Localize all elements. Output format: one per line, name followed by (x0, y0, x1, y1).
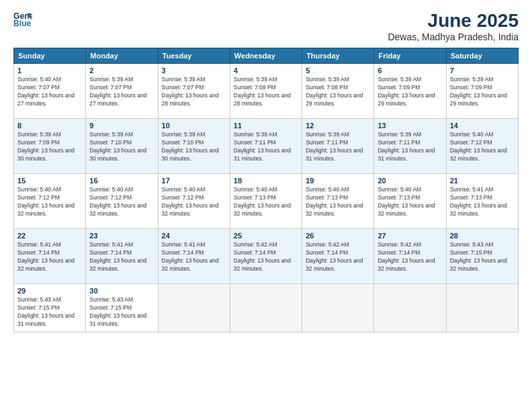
day-info: Sunrise: 5:40 AM Sunset: 7:13 PM Dayligh… (234, 186, 298, 218)
calendar-cell: 10 Sunrise: 5:39 AM Sunset: 7:10 PM Dayl… (158, 119, 230, 174)
calendar-cell: 24 Sunrise: 5:41 AM Sunset: 7:14 PM Dayl… (158, 229, 230, 284)
day-number: 11 (234, 122, 298, 130)
col-wednesday: Wednesday (230, 48, 302, 64)
day-info: Sunrise: 5:39 AM Sunset: 7:11 PM Dayligh… (234, 131, 298, 163)
calendar-cell (158, 284, 230, 332)
calendar-cell: 17 Sunrise: 5:40 AM Sunset: 7:12 PM Dayl… (158, 174, 230, 229)
calendar-week-row: 8 Sunrise: 5:39 AM Sunset: 7:09 PM Dayli… (14, 119, 519, 174)
calendar-cell: 1 Sunrise: 5:40 AM Sunset: 7:07 PM Dayli… (14, 64, 86, 119)
title-area: June 2025 Dewas, Madhya Pradesh, India (388, 10, 519, 42)
day-number: 18 (234, 177, 298, 185)
day-number: 20 (378, 177, 442, 185)
day-info: Sunrise: 5:40 AM Sunset: 7:07 PM Dayligh… (17, 76, 82, 108)
day-info: Sunrise: 5:43 AM Sunset: 7:15 PM Dayligh… (89, 296, 154, 328)
day-number: 9 (89, 122, 154, 130)
day-number: 16 (89, 177, 154, 185)
day-info: Sunrise: 5:40 AM Sunset: 7:12 PM Dayligh… (17, 186, 82, 218)
day-info: Sunrise: 5:39 AM Sunset: 7:09 PM Dayligh… (378, 76, 442, 108)
day-number: 4 (234, 66, 298, 75)
calendar-header-row: Sunday Monday Tuesday Wednesday Thursday… (14, 48, 519, 64)
day-number: 13 (378, 122, 442, 130)
calendar-cell: 20 Sunrise: 5:40 AM Sunset: 7:13 PM Dayl… (374, 174, 446, 229)
calendar-cell (302, 284, 374, 332)
calendar-week-row: 15 Sunrise: 5:40 AM Sunset: 7:12 PM Dayl… (14, 174, 519, 229)
day-info: Sunrise: 5:39 AM Sunset: 7:07 PM Dayligh… (162, 76, 226, 108)
calendar-week-row: 1 Sunrise: 5:40 AM Sunset: 7:07 PM Dayli… (14, 64, 519, 119)
calendar-cell: 12 Sunrise: 5:39 AM Sunset: 7:11 PM Dayl… (302, 119, 374, 174)
day-info: Sunrise: 5:39 AM Sunset: 7:10 PM Dayligh… (162, 131, 226, 163)
calendar-table: Sunday Monday Tuesday Wednesday Thursday… (13, 48, 519, 332)
day-info: Sunrise: 5:39 AM Sunset: 7:11 PM Dayligh… (378, 131, 442, 163)
day-info: Sunrise: 5:40 AM Sunset: 7:12 PM Dayligh… (89, 186, 154, 218)
calendar-week-row: 22 Sunrise: 5:41 AM Sunset: 7:14 PM Dayl… (14, 229, 519, 284)
day-number: 23 (89, 232, 154, 240)
day-info: Sunrise: 5:40 AM Sunset: 7:13 PM Dayligh… (306, 186, 370, 218)
calendar-cell (446, 284, 518, 332)
day-number: 27 (378, 232, 442, 240)
day-info: Sunrise: 5:39 AM Sunset: 7:09 PM Dayligh… (17, 131, 82, 163)
day-info: Sunrise: 5:39 AM Sunset: 7:11 PM Dayligh… (306, 131, 370, 163)
col-monday: Monday (86, 48, 158, 64)
calendar-cell: 23 Sunrise: 5:41 AM Sunset: 7:14 PM Dayl… (86, 229, 158, 284)
calendar-cell: 9 Sunrise: 5:39 AM Sunset: 7:10 PM Dayli… (86, 119, 158, 174)
day-number: 24 (162, 232, 226, 240)
day-number: 15 (17, 177, 82, 185)
col-thursday: Thursday (302, 48, 374, 64)
day-number: 1 (17, 66, 82, 75)
day-info: Sunrise: 5:40 AM Sunset: 7:13 PM Dayligh… (378, 186, 442, 218)
day-info: Sunrise: 5:39 AM Sunset: 7:08 PM Dayligh… (234, 76, 298, 108)
logo-icon: General Blue (13, 10, 32, 29)
day-number: 28 (450, 232, 515, 240)
day-number: 30 (89, 287, 154, 295)
calendar-cell: 16 Sunrise: 5:40 AM Sunset: 7:12 PM Dayl… (86, 174, 158, 229)
day-number: 3 (162, 66, 226, 75)
day-number: 12 (306, 122, 370, 130)
day-info: Sunrise: 5:40 AM Sunset: 7:12 PM Dayligh… (450, 131, 515, 163)
calendar-cell: 19 Sunrise: 5:40 AM Sunset: 7:13 PM Dayl… (302, 174, 374, 229)
day-number: 14 (450, 122, 515, 130)
col-tuesday: Tuesday (158, 48, 230, 64)
day-number: 26 (306, 232, 370, 240)
calendar-cell: 28 Sunrise: 5:43 AM Sunset: 7:15 PM Dayl… (446, 229, 518, 284)
calendar-cell: 21 Sunrise: 5:41 AM Sunset: 7:13 PM Dayl… (446, 174, 518, 229)
day-info: Sunrise: 5:43 AM Sunset: 7:15 PM Dayligh… (17, 296, 82, 328)
day-info: Sunrise: 5:41 AM Sunset: 7:13 PM Dayligh… (450, 186, 515, 218)
day-number: 6 (378, 66, 442, 75)
calendar-cell: 15 Sunrise: 5:40 AM Sunset: 7:12 PM Dayl… (14, 174, 86, 229)
calendar-cell: 26 Sunrise: 5:42 AM Sunset: 7:14 PM Dayl… (302, 229, 374, 284)
day-number: 21 (450, 177, 515, 185)
calendar-cell: 5 Sunrise: 5:39 AM Sunset: 7:08 PM Dayli… (302, 64, 374, 119)
calendar-cell: 30 Sunrise: 5:43 AM Sunset: 7:15 PM Dayl… (86, 284, 158, 332)
calendar-cell: 2 Sunrise: 5:39 AM Sunset: 7:07 PM Dayli… (86, 64, 158, 119)
col-saturday: Saturday (446, 48, 518, 64)
day-info: Sunrise: 5:39 AM Sunset: 7:09 PM Dayligh… (450, 76, 515, 108)
day-number: 8 (17, 122, 82, 130)
day-info: Sunrise: 5:42 AM Sunset: 7:14 PM Dayligh… (378, 241, 442, 273)
day-number: 10 (162, 122, 226, 130)
day-number: 5 (306, 66, 370, 75)
calendar-cell: 22 Sunrise: 5:41 AM Sunset: 7:14 PM Dayl… (14, 229, 86, 284)
calendar-week-row: 29 Sunrise: 5:43 AM Sunset: 7:15 PM Dayl… (14, 284, 519, 332)
calendar-cell: 11 Sunrise: 5:39 AM Sunset: 7:11 PM Dayl… (230, 119, 302, 174)
day-number: 22 (17, 232, 82, 240)
col-sunday: Sunday (14, 48, 86, 64)
day-info: Sunrise: 5:39 AM Sunset: 7:07 PM Dayligh… (89, 76, 154, 108)
calendar-cell: 29 Sunrise: 5:43 AM Sunset: 7:15 PM Dayl… (14, 284, 86, 332)
day-info: Sunrise: 5:41 AM Sunset: 7:14 PM Dayligh… (89, 241, 154, 273)
day-number: 19 (306, 177, 370, 185)
day-number: 25 (234, 232, 298, 240)
calendar-cell: 7 Sunrise: 5:39 AM Sunset: 7:09 PM Dayli… (446, 64, 518, 119)
day-number: 7 (450, 66, 515, 75)
calendar-cell: 18 Sunrise: 5:40 AM Sunset: 7:13 PM Dayl… (230, 174, 302, 229)
day-info: Sunrise: 5:41 AM Sunset: 7:14 PM Dayligh… (17, 241, 82, 273)
calendar-cell (374, 284, 446, 332)
svg-text:Blue: Blue (13, 19, 32, 28)
col-friday: Friday (374, 48, 446, 64)
location-subtitle: Dewas, Madhya Pradesh, India (388, 32, 519, 42)
day-number: 17 (162, 177, 226, 185)
calendar-cell: 8 Sunrise: 5:39 AM Sunset: 7:09 PM Dayli… (14, 119, 86, 174)
day-info: Sunrise: 5:40 AM Sunset: 7:12 PM Dayligh… (162, 186, 226, 218)
calendar-cell: 3 Sunrise: 5:39 AM Sunset: 7:07 PM Dayli… (158, 64, 230, 119)
calendar-cell: 25 Sunrise: 5:42 AM Sunset: 7:14 PM Dayl… (230, 229, 302, 284)
calendar-cell: 27 Sunrise: 5:42 AM Sunset: 7:14 PM Dayl… (374, 229, 446, 284)
